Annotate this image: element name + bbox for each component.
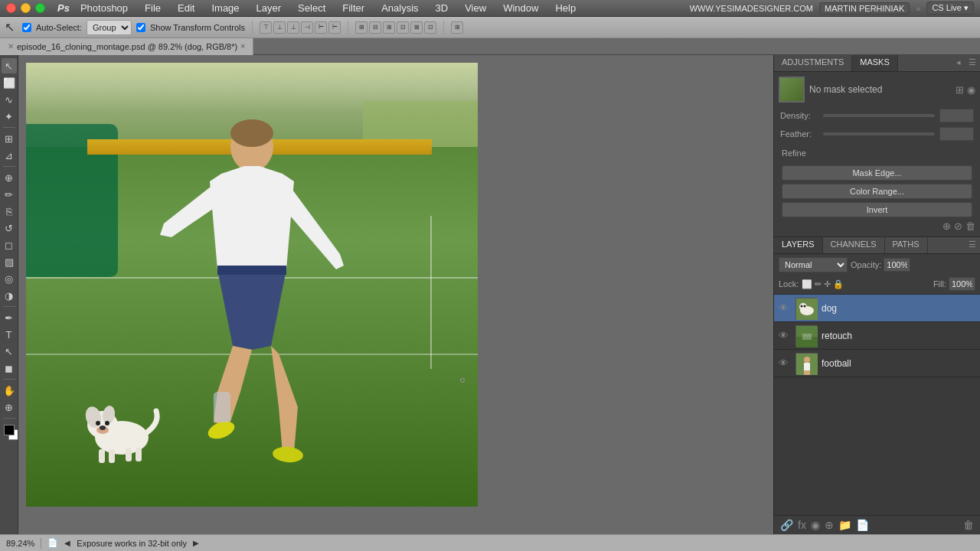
- user-account-button[interactable]: MARTIN PERHINIAK: [819, 2, 910, 15]
- tab-layers[interactable]: LAYERS: [774, 237, 823, 253]
- lock-pixels-icon[interactable]: ✏: [815, 279, 822, 289]
- align-hcenter-icon[interactable]: ⊢: [315, 21, 327, 34]
- layer-visibility-football[interactable]: 👁: [779, 357, 791, 369]
- lock-position-icon[interactable]: ✛: [824, 279, 831, 289]
- path-select-button[interactable]: ↖: [2, 344, 17, 359]
- gradient-button[interactable]: ▨: [2, 254, 17, 269]
- close-button[interactable]: [6, 3, 16, 13]
- eraser-button[interactable]: ◻: [2, 237, 17, 253]
- opacity-input[interactable]: [884, 258, 910, 272]
- dist-hcenter-icon[interactable]: ⊟: [369, 21, 381, 34]
- zoom-button[interactable]: ⊕: [2, 399, 17, 415]
- align-bottom-icon[interactable]: ⊥: [287, 21, 299, 34]
- pen-button[interactable]: ✒: [2, 310, 17, 325]
- dist-left-icon[interactable]: ⊞: [355, 21, 368, 34]
- fill-input[interactable]: [949, 277, 975, 291]
- new-layer-button[interactable]: 📄: [856, 519, 869, 531]
- layer-visibility-dog[interactable]: 👁: [779, 302, 791, 314]
- clone-stamp-button[interactable]: ⎘: [2, 204, 17, 219]
- apply-mask-icon[interactable]: ⊕: [942, 220, 951, 232]
- blur-button[interactable]: ◎: [2, 271, 17, 286]
- auto-select-checkbox[interactable]: [22, 23, 31, 32]
- lock-transparent-icon[interactable]: ⬜: [802, 279, 812, 289]
- history-brush-button[interactable]: ↺: [2, 220, 17, 236]
- layer-visibility-retouch[interactable]: 👁: [779, 330, 791, 341]
- document-tab[interactable]: ✕ episode_16_cloning_montage.psd @ 89.2%…: [0, 38, 253, 55]
- file-size-icon[interactable]: 📄: [47, 538, 58, 548]
- menu-analysis[interactable]: Analysis: [375, 2, 424, 14]
- shape-button[interactable]: ◼: [2, 360, 17, 376]
- align-left-icon[interactable]: ⊣: [301, 21, 313, 34]
- dist-top-icon[interactable]: ⊡: [397, 21, 409, 34]
- menu-select[interactable]: Select: [292, 2, 332, 14]
- menu-layer[interactable]: Layer: [250, 2, 288, 14]
- extend-button[interactable]: »: [916, 4, 920, 13]
- type-button[interactable]: T: [2, 327, 17, 342]
- dist-right-icon[interactable]: ⊞: [383, 21, 395, 34]
- menu-photoshop[interactable]: Photoshop: [74, 2, 134, 14]
- auto-select-dropdown[interactable]: Group Layer: [87, 20, 132, 35]
- marquee-tool-button[interactable]: ⬜: [2, 75, 17, 90]
- invert-button[interactable]: Invert: [782, 202, 972, 217]
- new-adjustment-button[interactable]: ⊕: [825, 519, 834, 531]
- panel-top-collapse[interactable]: ◂: [952, 55, 965, 71]
- align-right-icon[interactable]: ⊢: [328, 21, 341, 34]
- brush-tool-button[interactable]: ✏: [2, 187, 17, 202]
- menu-file[interactable]: File: [139, 2, 167, 14]
- lasso-tool-button[interactable]: ∿: [2, 92, 17, 107]
- move-tool-button[interactable]: ↖: [2, 58, 17, 73]
- dodge-button[interactable]: ◑: [2, 288, 17, 303]
- menu-image[interactable]: Image: [205, 2, 245, 14]
- align-vcenter-icon[interactable]: ⊥: [273, 21, 286, 34]
- color-swatches[interactable]: [4, 425, 15, 435]
- tab-paths[interactable]: PATHS: [885, 237, 928, 253]
- doc-tab-close-button[interactable]: ×: [240, 42, 245, 51]
- menu-help[interactable]: Help: [549, 2, 582, 14]
- tab-channels[interactable]: CHANNELS: [823, 237, 885, 253]
- crop-tool-button[interactable]: ⊞: [2, 131, 17, 146]
- feather-slider[interactable]: [823, 132, 935, 135]
- lock-all-icon[interactable]: 🔒: [833, 279, 844, 289]
- prev-status-button[interactable]: ◀: [64, 539, 70, 547]
- add-pixel-mask-icon[interactable]: ⊞: [956, 84, 964, 96]
- tab-masks[interactable]: MASKS: [852, 55, 898, 71]
- panel-top-menu[interactable]: ☰: [965, 55, 980, 71]
- minimize-button[interactable]: [21, 3, 31, 13]
- color-range-button[interactable]: Color Range...: [782, 184, 972, 199]
- blend-mode-select[interactable]: Normal Multiply Screen Overlay: [779, 257, 848, 272]
- next-status-button[interactable]: ▶: [193, 539, 199, 547]
- show-transform-checkbox[interactable]: [136, 23, 145, 32]
- dist-bottom-icon[interactable]: ⊡: [424, 21, 436, 34]
- hand-button[interactable]: ✋: [2, 383, 17, 398]
- link-layers-button[interactable]: 🔗: [780, 519, 793, 531]
- tab-adjustments[interactable]: ADJUSTMENTS: [774, 55, 852, 71]
- feather-input[interactable]: [939, 127, 974, 141]
- menu-edit[interactable]: Edit: [172, 2, 201, 14]
- maximize-button[interactable]: [35, 3, 45, 13]
- menu-view[interactable]: View: [459, 2, 492, 14]
- layer-row-dog[interactable]: 👁 dog: [774, 295, 980, 322]
- layer-row-football[interactable]: 👁 football: [774, 350, 980, 377]
- menu-window[interactable]: Window: [497, 2, 544, 14]
- disable-mask-icon[interactable]: ⊘: [954, 220, 962, 232]
- density-slider[interactable]: [823, 114, 935, 117]
- add-style-button[interactable]: fx: [798, 519, 806, 531]
- layer-row-retouch[interactable]: 👁 retouch: [774, 322, 980, 350]
- mask-edge-button[interactable]: Mask Edge...: [782, 165, 972, 181]
- layers-panel-menu[interactable]: ☰: [965, 237, 980, 253]
- arrange-icon[interactable]: ⊞: [451, 21, 463, 34]
- new-group-button[interactable]: 📁: [838, 519, 851, 531]
- healing-brush-button[interactable]: ⊕: [2, 170, 17, 185]
- align-top-icon[interactable]: ⊤: [260, 21, 272, 34]
- delete-layer-button[interactable]: 🗑: [963, 519, 974, 531]
- menu-filter[interactable]: Filter: [336, 2, 371, 14]
- eyedropper-tool-button[interactable]: ⊿: [2, 148, 17, 163]
- menu-3d[interactable]: 3D: [430, 2, 455, 14]
- delete-mask-icon[interactable]: 🗑: [965, 220, 975, 232]
- quick-select-tool-button[interactable]: ✦: [2, 109, 17, 124]
- add-mask-button[interactable]: ◉: [811, 519, 820, 531]
- dist-vcenter-icon[interactable]: ⊠: [410, 21, 423, 34]
- cs-live-button[interactable]: CS Live ▾: [926, 2, 974, 15]
- add-vector-mask-icon[interactable]: ◉: [967, 84, 975, 96]
- canvas-viewport[interactable]: [26, 63, 478, 507]
